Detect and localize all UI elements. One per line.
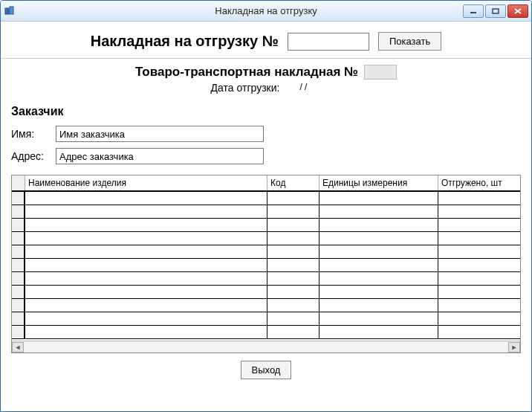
col-header-qty[interactable]: Отгружено, шт [438, 176, 520, 190]
content: Накладная на отгрузку № Показать Товаро-… [1, 22, 531, 411]
cell-unit[interactable] [319, 312, 438, 325]
exit-button[interactable]: Выход [241, 361, 292, 379]
cell-qty[interactable] [438, 219, 520, 231]
customer-address-input[interactable] [56, 148, 264, 164]
cell-name[interactable] [25, 219, 267, 231]
cell-code[interactable] [267, 272, 319, 285]
cell-qty[interactable] [438, 192, 520, 205]
cell-unit[interactable] [319, 272, 438, 285]
table-row[interactable] [12, 232, 520, 245]
cell-qty[interactable] [438, 326, 520, 338]
col-header-unit[interactable]: Единицы измерения [319, 176, 438, 190]
col-header-name[interactable]: Наименование изделия [25, 176, 267, 190]
separator [1, 58, 531, 59]
cell-name[interactable] [25, 259, 267, 271]
cell-unit[interactable] [319, 299, 438, 312]
table-row[interactable] [12, 219, 520, 232]
scroll-right-button[interactable]: ► [508, 342, 520, 353]
cell-unit[interactable] [319, 259, 438, 271]
row-marker[interactable] [12, 219, 25, 231]
cell-name[interactable] [25, 312, 267, 325]
cell-name[interactable] [25, 326, 267, 338]
row-marker[interactable] [12, 245, 25, 258]
row-marker[interactable] [12, 299, 25, 312]
customer-name-label: Имя: [11, 128, 48, 140]
minimize-button[interactable] [463, 4, 484, 18]
table-row[interactable] [12, 192, 520, 205]
cell-code[interactable] [267, 192, 319, 205]
table-row[interactable] [12, 326, 520, 339]
cell-code[interactable] [267, 219, 319, 231]
table-row[interactable] [12, 299, 520, 312]
cell-unit[interactable] [319, 192, 438, 205]
cell-name[interactable] [25, 245, 267, 258]
cell-qty[interactable] [438, 312, 520, 325]
cell-code[interactable] [267, 326, 319, 338]
cell-code[interactable] [267, 286, 319, 298]
cell-name[interactable] [25, 192, 267, 205]
cell-code[interactable] [267, 299, 319, 312]
cell-name[interactable] [25, 272, 267, 285]
table-row[interactable] [12, 312, 520, 326]
cell-unit[interactable] [319, 326, 438, 338]
svg-rect-0 [5, 8, 9, 14]
row-marker[interactable] [12, 272, 25, 285]
close-button[interactable] [507, 4, 528, 18]
cell-unit[interactable] [319, 232, 438, 245]
table-row[interactable] [12, 259, 520, 272]
cell-qty[interactable] [438, 259, 520, 271]
svg-rect-3 [493, 9, 499, 13]
ship-date-label: Дата отгрузки: [211, 82, 280, 94]
ship-date-display: / / [285, 81, 321, 94]
customer-address-row: Адрес: [11, 148, 521, 164]
titlebar: Накладная на отгрузку [1, 1, 531, 22]
footer: Выход [11, 353, 521, 379]
cell-code[interactable] [267, 205, 319, 218]
table-row[interactable] [12, 205, 520, 219]
row-marker[interactable] [12, 286, 25, 298]
invoice-number-input[interactable] [288, 33, 369, 51]
cell-name[interactable] [25, 205, 267, 218]
table-row[interactable] [12, 286, 520, 299]
cell-unit[interactable] [319, 219, 438, 231]
grid-body[interactable] [12, 192, 520, 341]
cell-name[interactable] [25, 286, 267, 298]
row-marker[interactable] [12, 205, 25, 218]
cell-code[interactable] [267, 232, 319, 245]
grid-header: Наименование изделия Код Единицы измерен… [12, 176, 520, 192]
cell-code[interactable] [267, 312, 319, 325]
row-marker[interactable] [12, 312, 25, 325]
cell-qty[interactable] [438, 286, 520, 298]
cell-name[interactable] [25, 299, 267, 312]
row-marker[interactable] [12, 326, 25, 338]
cell-unit[interactable] [319, 205, 438, 218]
col-header-code[interactable]: Код [267, 176, 319, 190]
cell-unit[interactable] [319, 286, 438, 298]
cell-code[interactable] [267, 259, 319, 271]
row-marker[interactable] [12, 192, 25, 205]
cell-qty[interactable] [438, 245, 520, 258]
cell-qty[interactable] [438, 205, 520, 218]
ship-date-row: Дата отгрузки: / / [11, 81, 521, 94]
show-button[interactable]: Показать [378, 32, 441, 51]
ttn-row: Товаро-транспортная накладная № [11, 65, 521, 80]
cell-unit[interactable] [319, 245, 438, 258]
cell-name[interactable] [25, 232, 267, 245]
table-row[interactable] [12, 245, 520, 259]
items-grid[interactable]: Наименование изделия Код Единицы измерен… [11, 175, 521, 353]
scroll-left-button[interactable]: ◄ [12, 342, 24, 353]
customer-name-input[interactable] [56, 126, 264, 142]
row-marker[interactable] [12, 232, 25, 245]
customer-address-label: Адрес: [11, 150, 48, 162]
table-row[interactable] [12, 272, 520, 286]
cell-qty[interactable] [438, 299, 520, 312]
invoice-row: Накладная на отгрузку № Показать [11, 28, 521, 58]
cell-qty[interactable] [438, 232, 520, 245]
cell-qty[interactable] [438, 272, 520, 285]
cell-code[interactable] [267, 245, 319, 258]
row-marker[interactable] [12, 259, 25, 271]
invoice-label: Накладная на отгрузку № [91, 33, 279, 50]
scroll-track[interactable] [24, 342, 508, 353]
maximize-button[interactable] [485, 4, 506, 18]
horizontal-scrollbar[interactable]: ◄ ► [12, 341, 520, 353]
